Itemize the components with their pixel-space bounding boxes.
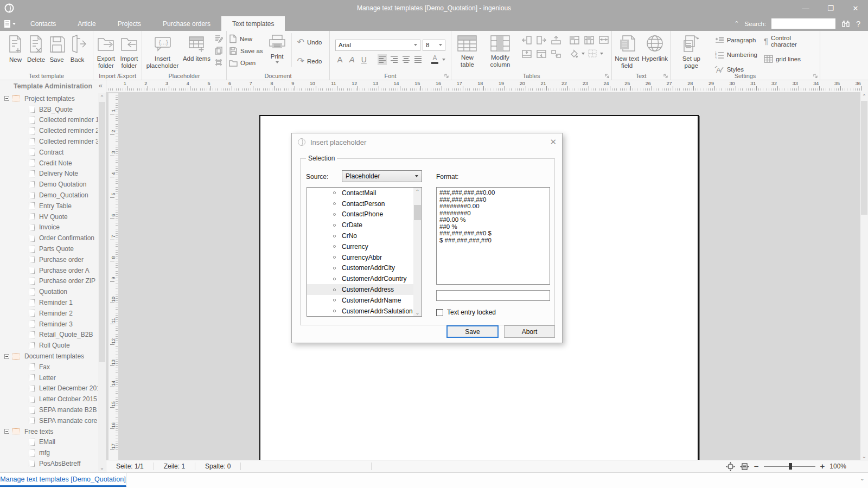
dialog-title-bar[interactable]: Insert placeholder ✕: [292, 133, 562, 151]
format-option[interactable]: ###,###,###,##0: [439, 196, 547, 203]
font-color-button[interactable]: A: [430, 54, 439, 65]
tree-item[interactable]: Purchase order: [0, 254, 98, 265]
tree-item[interactable]: Demo_Quotation: [0, 190, 98, 201]
tree-item[interactable]: Collected reminder 3: [0, 136, 98, 147]
edit-placeholder-icon[interactable]: [214, 34, 223, 43]
tables-dialog-launcher[interactable]: [605, 74, 610, 79]
tree-item[interactable]: Order Confirmation: [0, 233, 98, 243]
tree-item[interactable]: Free texts: [0, 426, 98, 437]
tree-item[interactable]: PosAbsBetreff: [0, 458, 98, 469]
menu-tab[interactable]: Text templates: [221, 16, 285, 31]
text-entry-locked-row[interactable]: Text entry locked: [436, 309, 496, 316]
zoom-slider-thumb[interactable]: [789, 463, 792, 470]
tree-item[interactable]: Quotation: [0, 286, 98, 297]
document-new-button[interactable]: New: [229, 33, 263, 44]
menu-tab[interactable]: Article: [67, 16, 106, 31]
tree-item[interactable]: Letter: [0, 373, 98, 383]
borders-icon[interactable]: [588, 49, 597, 58]
scrollbar-thumb[interactable]: [861, 101, 867, 215]
format-option[interactable]: ##0.00 %: [439, 216, 547, 223]
grid-lines-button[interactable]: grid lines: [764, 53, 818, 65]
source-select[interactable]: Placeholder: [342, 170, 422, 182]
collapse-toggle-icon[interactable]: [4, 96, 9, 101]
format-option[interactable]: ##0 %: [439, 223, 547, 230]
tree-item[interactable]: Demo Quotation: [0, 179, 98, 190]
undo-button[interactable]: ↶ Undo: [297, 36, 322, 48]
scroll-up-icon[interactable]: ⌃: [860, 92, 868, 100]
underline-button[interactable]: U: [359, 54, 368, 65]
new-template-button[interactable]: New: [7, 33, 25, 63]
bold-button[interactable]: A: [335, 54, 344, 65]
delete-template-button[interactable]: Delete: [27, 33, 46, 63]
insert-row-above-icon[interactable]: [551, 35, 561, 45]
import-folder-button[interactable]: Import folder: [119, 33, 139, 69]
help-button[interactable]: ?: [856, 20, 860, 28]
add-items-button[interactable]: Add items: [182, 33, 212, 62]
tree-item[interactable]: HV Quote: [0, 211, 98, 222]
search-input[interactable]: [771, 18, 835, 29]
scroll-down-icon[interactable]: ⌄: [413, 309, 422, 316]
menu-tab[interactable]: Contacts: [20, 16, 67, 31]
dialog-close-button[interactable]: ✕: [550, 137, 557, 147]
placeholder-item[interactable]: CustomerAddrName: [307, 295, 422, 306]
tree-item[interactable]: Collected reminder 1: [0, 115, 98, 126]
tree-item[interactable]: Fax: [0, 362, 98, 373]
text-dialog-launcher[interactable]: [663, 74, 668, 79]
split-cells-icon[interactable]: [584, 35, 595, 45]
placeholder-item[interactable]: CustomerAddrSalutation: [307, 306, 422, 317]
tree-item[interactable]: Purchase order A: [0, 265, 98, 276]
redo-button[interactable]: ↷ Redo: [297, 55, 322, 67]
collapse-ribbon-button[interactable]: ⌃: [734, 20, 739, 27]
font-family-select[interactable]: Arial: [335, 40, 420, 51]
placeholder-item[interactable]: Currency: [307, 241, 422, 252]
close-button[interactable]: ✕: [843, 0, 868, 16]
scrollbar-thumb[interactable]: [99, 102, 105, 362]
tree-item[interactable]: Reminder 2: [0, 308, 98, 319]
insert-column-right-icon[interactable]: [536, 35, 547, 45]
hyperlink-button[interactable]: Hyperlink: [642, 33, 668, 62]
insert-column-left-icon[interactable]: [521, 35, 532, 45]
export-folder-button[interactable]: Export folder: [95, 33, 117, 69]
align-center-button[interactable]: [401, 54, 411, 65]
collapse-toggle-icon[interactable]: [4, 354, 9, 359]
scroll-down-icon[interactable]: ⌄: [98, 464, 106, 471]
placeholder-item[interactable]: CurrencyAbbr: [307, 252, 422, 263]
placeholder-item[interactable]: CustomerAddrCity: [307, 263, 422, 274]
shading-bucket-icon[interactable]: [569, 49, 579, 58]
binoculars-icon[interactable]: [841, 20, 851, 28]
set-up-page-button[interactable]: Set up page: [675, 33, 708, 69]
italic-button[interactable]: A: [347, 54, 356, 65]
tree-item[interactable]: SEPA mandate B2B: [0, 404, 98, 415]
minimize-button[interactable]: —: [793, 0, 818, 16]
tree-item[interactable]: Roll Quote: [0, 340, 98, 351]
back-button[interactable]: Back: [68, 33, 87, 63]
placeholder-item[interactable]: ContactMail: [307, 188, 422, 198]
scrollbar-thumb[interactable]: [414, 205, 421, 220]
menu-tab[interactable]: Purchase orders: [152, 16, 221, 31]
restore-button[interactable]: ❐: [818, 0, 843, 16]
format-option[interactable]: $ ###,###,###,##0: [439, 237, 547, 244]
placeholder-item[interactable]: CrDate: [307, 220, 422, 230]
font-dialog-launcher[interactable]: [444, 74, 449, 79]
placeholder-item[interactable]: CustomerAddress: [307, 284, 422, 295]
format-input[interactable]: [436, 290, 550, 301]
tree-item[interactable]: Invoice: [0, 222, 98, 233]
placeholder-item[interactable]: CustomerAddrCountry: [307, 273, 422, 284]
scroll-down-icon[interactable]: ⌄: [860, 452, 868, 460]
tree-item[interactable]: Retail_Quote_B2B: [0, 330, 98, 341]
fit-page-icon[interactable]: [726, 462, 735, 471]
zoom-slider[interactable]: [764, 463, 815, 470]
print-button[interactable]: Print: [267, 33, 287, 63]
tree-item[interactable]: Letter October 2015: [0, 394, 98, 404]
cell-width-icon[interactable]: [598, 35, 609, 45]
align-right-button[interactable]: [390, 54, 399, 65]
scroll-up-icon[interactable]: ⌃: [98, 93, 106, 101]
save-template-button[interactable]: Save: [48, 33, 66, 63]
insert-placeholder-button[interactable]: {…} Insert placeholder: [146, 33, 180, 69]
numbering-button[interactable]: 123 Numbering: [714, 49, 757, 60]
tree-item[interactable]: Project templates: [0, 93, 98, 104]
checkbox-icon[interactable]: [436, 309, 443, 316]
placeholder-item[interactable]: ContactPhone: [307, 209, 422, 220]
format-option[interactable]: ###,###,###,##0.00: [439, 189, 547, 196]
format-option[interactable]: ###,###,###,##0 $: [439, 230, 547, 237]
